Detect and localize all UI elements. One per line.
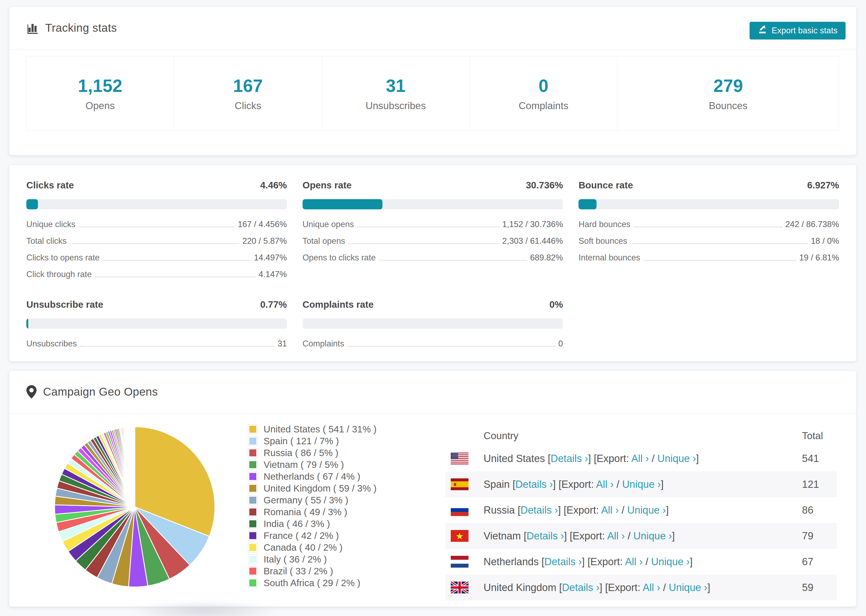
geo-table: Country Total United States [Details ›] … <box>446 426 837 607</box>
stat-box: 1,152 Opens <box>26 56 174 131</box>
rate-detail-value: 1,152 / 30.736% <box>502 220 563 229</box>
stat-label: Clicks <box>235 100 261 112</box>
rate-detail-value: 18 / 0% <box>811 236 839 246</box>
progress-fill <box>578 199 597 209</box>
dotted-leader <box>70 243 239 244</box>
rate-detail-value: 4.147% <box>259 270 287 279</box>
rate-block: Opens rate 30.736% Unique opens 1,152 / … <box>302 180 563 279</box>
dotted-leader <box>103 260 251 261</box>
legend-swatch <box>248 555 258 564</box>
country-name: United States <box>483 453 545 464</box>
progress-bar <box>302 199 563 209</box>
legend-swatch <box>248 484 258 493</box>
rate-detail-row: Internal bounces 19 / 6.81% <box>578 253 839 262</box>
legend-swatch <box>248 448 258 458</box>
export-all-link[interactable]: All › <box>642 582 660 593</box>
country-total: 79 <box>802 530 837 542</box>
rate-detail-row: Unique opens 1,152 / 30.736% <box>302 220 563 229</box>
legend-swatch <box>248 543 258 552</box>
rate-detail-label: Unsubscribes <box>26 339 77 349</box>
progress-bar <box>26 319 287 329</box>
export-unique-link[interactable]: Unique › <box>633 530 672 542</box>
bottom-shadow <box>129 602 280 616</box>
rate-block: Complaints rate 0% Complaints 0 <box>302 299 563 349</box>
export-all-link[interactable]: All › <box>631 453 649 464</box>
details-link[interactable]: Details › <box>551 453 588 464</box>
rate-detail-value: 220 / 5.87% <box>242 236 287 246</box>
progress-bar <box>26 199 287 209</box>
geo-table-row: Vietnam [Details ›] [Export: All › / Uni… <box>446 523 837 549</box>
rate-detail-value: 0 <box>558 339 563 349</box>
rate-value: 0% <box>550 299 563 310</box>
legend-label: Canada ( 40 / 2% ) <box>264 542 343 553</box>
stat-label: Bounces <box>709 100 748 112</box>
dotted-leader <box>348 243 499 244</box>
rate-block: Unsubscribe rate 0.77% Unsubscribes 31 <box>26 299 287 349</box>
legend-label: South Africa ( 29 / 2% ) <box>264 578 361 588</box>
stat-label: Unsubscribes <box>365 100 426 112</box>
details-link[interactable]: Details › <box>527 530 564 542</box>
legend-item: France ( 42 / 2% ) <box>248 531 376 541</box>
legend-label: Vietnam ( 79 / 5% ) <box>264 459 344 470</box>
export-all-link[interactable]: All › <box>601 504 619 516</box>
rate-detail-value: 689.82% <box>530 253 563 262</box>
legend-label: India ( 46 / 3% ) <box>264 519 330 529</box>
rate-detail-row: Hard bounces 242 / 86.738% <box>578 220 839 229</box>
country-flag <box>451 530 469 542</box>
country-flag <box>451 504 469 516</box>
geo-table-row: Germany [Details ›] [Export: All › / Uni… <box>446 600 837 607</box>
geo-legend: United States ( 541 / 31% ) Spain ( 121 … <box>248 424 376 590</box>
legend-swatch <box>248 566 258 576</box>
dotted-leader <box>79 226 235 227</box>
export-basic-stats-button[interactable]: Export basic stats <box>749 22 846 39</box>
stat-value: 31 <box>386 75 406 96</box>
rate-detail-label: Unique opens <box>302 220 354 229</box>
geo-table-row: United States [Details ›] [Export: All ›… <box>446 446 837 471</box>
legend-swatch <box>248 507 258 517</box>
stat-box: 0 Complaints <box>469 56 618 131</box>
progress-bar <box>302 319 563 329</box>
rate-value: 6.927% <box>807 180 839 190</box>
rate-detail-row: Opens to clicks rate 689.82% <box>302 253 563 262</box>
rate-detail-label: Soft bounces <box>578 236 627 246</box>
country-flag <box>451 453 469 464</box>
legend-label: Italy ( 36 / 2% ) <box>264 554 327 565</box>
legend-swatch <box>248 495 258 505</box>
rate-detail-value: 167 / 4.456% <box>238 220 287 229</box>
rate-detail-label: Clicks to opens rate <box>26 253 99 262</box>
geo-table-row: Russia [Details ›] [Export: All › / Uniq… <box>446 497 837 523</box>
country-name: Russia <box>483 504 515 516</box>
geo-table-row: United Kingdom [Details ›] [Export: All … <box>446 575 837 600</box>
export-unique-link[interactable]: Unique › <box>651 556 690 567</box>
export-all-link[interactable]: All › <box>607 530 625 542</box>
map-pin-icon <box>26 385 36 399</box>
dotted-leader <box>348 346 555 347</box>
dotted-leader <box>634 226 782 227</box>
rate-detail-value: 2,303 / 61.446% <box>502 236 563 246</box>
details-link[interactable]: Details › <box>544 556 582 567</box>
country-total: 67 <box>802 556 837 567</box>
legend-item: Spain ( 121 / 7% ) <box>248 436 376 446</box>
rate-value: 0.77% <box>260 299 287 310</box>
export-unique-link[interactable]: Unique › <box>669 582 708 593</box>
details-link[interactable]: Details › <box>562 582 600 593</box>
export-unique-link[interactable]: Unique › <box>657 453 696 464</box>
dotted-leader <box>379 260 527 261</box>
rate-title: Clicks rate <box>26 180 74 190</box>
rate-block: Bounce rate 6.927% Hard bounces 242 / 86… <box>578 180 839 279</box>
geo-table-row: Spain [Details ›] [Export: All › / Uniqu… <box>446 471 837 497</box>
legend-label: Netherlands ( 67 / 4% ) <box>264 471 361 482</box>
details-link[interactable]: Details › <box>520 504 558 516</box>
export-all-link[interactable]: All › <box>596 479 614 490</box>
export-all-link[interactable]: All › <box>625 556 642 567</box>
legend-item: Russia ( 86 / 5% ) <box>248 448 376 458</box>
export-unique-link[interactable]: Unique › <box>627 504 666 516</box>
country-name: United Kingdom <box>483 582 556 593</box>
stat-value: 0 <box>539 75 549 96</box>
rates-grid: Clicks rate 4.46% Unique clicks 167 / 4.… <box>9 165 856 349</box>
dotted-leader <box>630 243 808 244</box>
rate-detail-label: Total clicks <box>26 236 67 246</box>
geo-title: Campaign Geo Opens <box>43 385 158 398</box>
export-unique-link[interactable]: Unique › <box>622 479 661 490</box>
details-link[interactable]: Details › <box>515 479 553 490</box>
